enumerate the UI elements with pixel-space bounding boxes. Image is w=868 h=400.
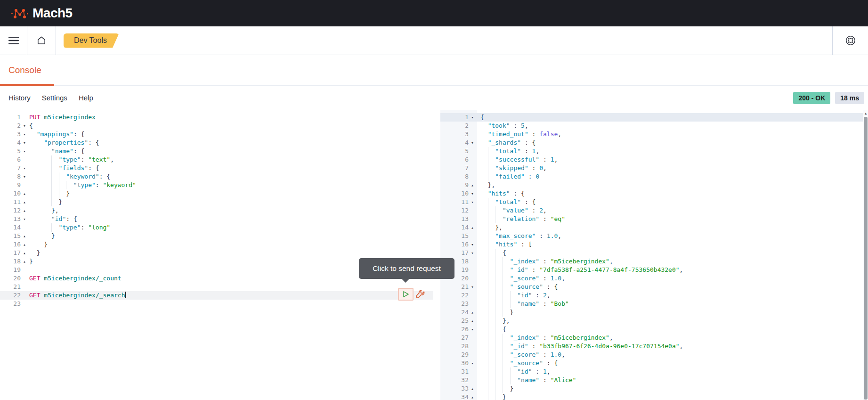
fold-close-icon[interactable]: ▴ [21, 206, 28, 215]
code-line[interactable]: 4▾ "properties": { [0, 139, 433, 147]
fold-open-icon[interactable]: ▾ [469, 249, 476, 257]
fold-close-icon[interactable]: ▴ [21, 257, 28, 266]
code-line[interactable]: 8▾ "keyword": { [0, 172, 433, 181]
fold-open-icon[interactable]: ▾ [469, 325, 476, 334]
code-line[interactable]: 22GET m5icebergindex/_search [0, 291, 433, 300]
code-line[interactable]: 3 "timed_out" : false, [440, 130, 863, 139]
code-line[interactable]: 24▴ } [440, 308, 863, 317]
response-scrollbar-thumb[interactable] [864, 117, 868, 400]
code-line[interactable]: 20 "_score" : 1.0, [440, 274, 863, 283]
code-line[interactable]: 15▴ } [0, 232, 433, 240]
code-line[interactable]: 22 "id" : 2, [440, 291, 863, 300]
code-line[interactable]: 21▾ "_source" : { [440, 283, 863, 291]
code-line[interactable]: 5▾ "name": { [0, 147, 433, 155]
fold-close-icon[interactable]: ▴ [469, 393, 476, 400]
brand-logo[interactable]: Mach5 [11, 5, 73, 22]
fold-open-icon[interactable]: ▾ [21, 215, 28, 223]
fold-close-icon[interactable]: ▴ [21, 249, 28, 257]
request-editor[interactable]: 1PUT m5icebergindex2▾{3▾ "mappings": {4▾… [0, 110, 433, 400]
code-line[interactable]: 17▴ } [0, 249, 433, 257]
code-line[interactable]: 34▴ } [440, 393, 863, 400]
code-line[interactable]: 7 "skipped" : 0, [440, 164, 863, 172]
code-line[interactable]: 2 "took" : 5, [440, 122, 863, 130]
code-line[interactable]: 13 "relation" : "eq" [440, 215, 863, 223]
code-line[interactable]: 32 "name" : "Alice" [440, 376, 863, 384]
fold-open-icon[interactable]: ▾ [21, 139, 28, 147]
code-line[interactable]: 2▾{ [0, 122, 433, 130]
code-line[interactable]: 33▴ } [440, 384, 863, 393]
code-line[interactable]: 3▾ "mappings": { [0, 130, 433, 139]
tab-console[interactable]: Console [0, 55, 54, 85]
code-line[interactable]: 29 "_score" : 1.0, [440, 351, 863, 359]
code-line[interactable]: 14▴ }, [440, 223, 863, 232]
code-line[interactable]: 6 "type": "text", [0, 155, 433, 164]
fold-close-icon[interactable]: ▴ [469, 384, 476, 393]
fold-close-icon[interactable]: ▴ [21, 198, 28, 206]
code-line[interactable]: 11▾ "total" : { [440, 198, 863, 206]
fold-open-icon[interactable]: ▾ [469, 359, 476, 367]
code-line[interactable]: 1▾{ [440, 113, 863, 122]
request-options-button[interactable] [414, 288, 426, 301]
scroll-up-arrow-icon[interactable]: ▲ [863, 111, 868, 116]
code-line[interactable]: 18 "_index" : "m5icebergindex", [440, 257, 863, 266]
menu-item-settings[interactable]: Settings [42, 94, 67, 102]
code-line[interactable]: 21 [0, 283, 433, 291]
code-line[interactable]: 12▴ }, [0, 206, 433, 215]
code-line[interactable]: 7▾ "fields": { [0, 164, 433, 172]
code-line[interactable]: 11▴ } [0, 198, 433, 206]
fold-close-icon[interactable]: ▴ [469, 181, 476, 189]
code-line[interactable]: 23 "name" : "Bob" [440, 300, 863, 308]
breadcrumb-dev-tools[interactable]: Dev Tools [64, 33, 119, 48]
fold-open-icon[interactable]: ▾ [469, 198, 476, 206]
hamburger-menu-button[interactable] [8, 37, 19, 44]
fold-open-icon[interactable]: ▾ [21, 147, 28, 155]
code-line[interactable]: 12 "value" : 2, [440, 206, 863, 215]
fold-close-icon[interactable]: ▴ [21, 189, 28, 198]
fold-close-icon[interactable]: ▴ [469, 308, 476, 317]
code-line[interactable]: 23 [0, 300, 433, 308]
code-line[interactable]: 14 "type": "long" [0, 223, 433, 232]
code-line[interactable]: 8 "failed" : 0 [440, 172, 863, 181]
fold-open-icon[interactable]: ▾ [469, 189, 476, 198]
code-line[interactable]: 25▴ }, [440, 317, 863, 325]
fold-close-icon[interactable]: ▴ [469, 223, 476, 232]
menu-item-history[interactable]: History [8, 94, 31, 102]
code-line[interactable]: 26▾ { [440, 325, 863, 334]
fold-open-icon[interactable]: ▾ [21, 164, 28, 172]
send-request-button[interactable] [398, 288, 414, 301]
code-line[interactable]: 27 "_index" : "m5icebergindex", [440, 334, 863, 342]
code-line[interactable]: 15 "max_score" : 1.0, [440, 232, 863, 240]
menu-item-help[interactable]: Help [79, 94, 93, 102]
code-line[interactable]: 10▴ } [0, 189, 433, 198]
fold-open-icon[interactable]: ▾ [469, 113, 476, 122]
code-line[interactable]: 30▾ "_source" : { [440, 359, 863, 367]
response-vertical-scrollbar[interactable]: ▲ [863, 110, 868, 400]
fold-open-icon[interactable]: ▾ [469, 139, 476, 147]
help-button[interactable] [844, 34, 857, 47]
fold-close-icon[interactable]: ▴ [21, 240, 28, 249]
code-line[interactable]: 10▾ "hits" : { [440, 189, 863, 198]
code-line[interactable]: 31 "id" : 1, [440, 367, 863, 376]
fold-close-icon[interactable]: ▴ [469, 317, 476, 325]
code-line[interactable]: 13▾ "id": { [0, 215, 433, 223]
fold-open-icon[interactable]: ▾ [21, 130, 28, 139]
response-viewer[interactable]: 1▾{2 "took" : 5,3 "timed_out" : false,4▾… [440, 110, 863, 400]
code-line[interactable]: 6 "successful" : 1, [440, 155, 863, 164]
code-line[interactable]: 1PUT m5icebergindex [0, 113, 433, 122]
fold-open-icon[interactable]: ▾ [21, 122, 28, 130]
code-line[interactable]: 9 "type": "keyword" [0, 181, 433, 189]
code-line[interactable]: 9▴ }, [440, 181, 863, 189]
code-line[interactable]: 16▾ "hits" : [ [440, 240, 863, 249]
code-line[interactable]: 4▾ "_shards" : { [440, 139, 863, 147]
code-line[interactable]: 17▾ { [440, 249, 863, 257]
fold-open-icon[interactable]: ▾ [469, 240, 476, 249]
code-line[interactable]: 16▴ } [0, 240, 433, 249]
fold-open-icon[interactable]: ▾ [21, 172, 28, 181]
code-line[interactable]: 5 "total" : 1, [440, 147, 863, 155]
fold-close-icon[interactable]: ▴ [21, 232, 28, 240]
fold-open-icon[interactable]: ▾ [469, 283, 476, 291]
code-line[interactable]: 28 "_id" : "b33fb967-6f26-4d0a-96e0-17c7… [440, 342, 863, 351]
code-line[interactable]: 19 "_id" : "7dfa538f-a251-4477-8a4f-7536… [440, 266, 863, 274]
fold-spacer [469, 232, 476, 240]
home-button[interactable] [36, 35, 47, 46]
